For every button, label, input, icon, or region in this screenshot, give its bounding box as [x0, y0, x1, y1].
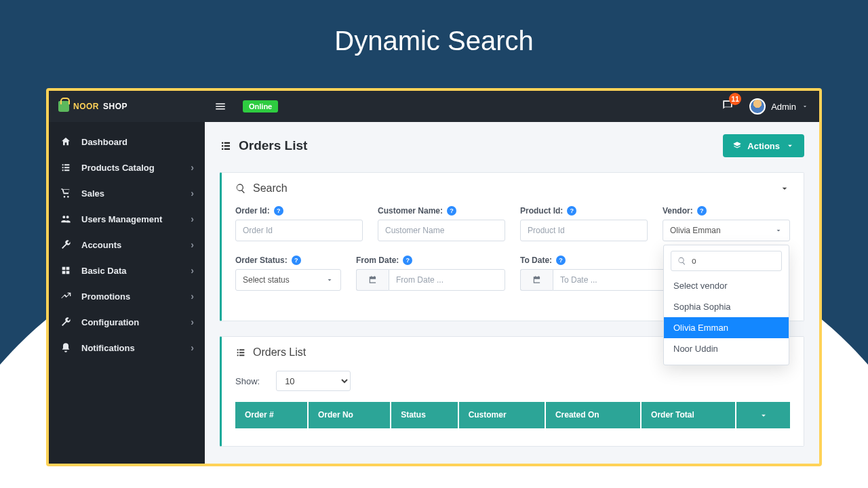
sidebar-item-dashboard[interactable]: Dashboard — [49, 129, 205, 155]
app-frame: NOOR SHOP Online 11 Admin Dashboard Pr — [46, 88, 822, 466]
show-count-select[interactable]: 10 — [276, 371, 351, 391]
grid-icon — [60, 264, 72, 277]
orders-list-title: Orders List — [253, 346, 306, 359]
col-expand[interactable] — [736, 402, 790, 428]
field-order-id: Order Id:? — [235, 204, 363, 241]
chevron-right-icon: › — [191, 214, 194, 224]
field-product-id: Product Id:? — [520, 204, 648, 241]
sidebar-item-sales[interactable]: Sales › — [49, 180, 205, 206]
col-order-total[interactable]: Order Total — [641, 402, 736, 428]
orders-table: Order # Order No Status Customer Created… — [235, 402, 790, 428]
help-icon[interactable]: ? — [567, 206, 576, 216]
calendar-icon[interactable] — [520, 269, 553, 291]
vendor-search-input[interactable] — [671, 251, 782, 271]
list-icon — [235, 347, 246, 358]
brand-text-2: SHOP — [103, 102, 127, 111]
chevron-down-icon — [802, 103, 808, 110]
sidebar-item-users[interactable]: Users Management › — [49, 206, 205, 232]
chevron-right-icon: › — [191, 162, 194, 173]
collapse-toggle[interactable] — [779, 183, 790, 194]
sidebar-item-label: Dashboard — [81, 137, 127, 147]
list-icon — [60, 161, 72, 174]
trend-icon — [60, 290, 72, 302]
col-created-on[interactable]: Created On — [545, 402, 641, 428]
user-label: Admin — [771, 102, 796, 112]
page-hero-title: Dynamic Search — [0, 0, 868, 77]
actions-button[interactable]: Actions — [723, 134, 804, 157]
sidebar-item-basic-data[interactable]: Basic Data › — [49, 258, 205, 283]
chevron-right-icon: › — [191, 342, 194, 353]
home-icon — [60, 136, 72, 148]
sidebar-item-notifications[interactable]: Notifications › — [49, 335, 205, 361]
from-date-input[interactable] — [389, 269, 505, 291]
layers-icon — [732, 141, 742, 150]
field-vendor: Vendor:? Olivia Emman — [663, 204, 790, 241]
avatar-icon — [749, 98, 766, 115]
hamburger-icon — [214, 100, 226, 113]
list-icon — [220, 140, 232, 152]
vendor-option[interactable]: Select vendor — [664, 275, 789, 296]
chevron-down-icon — [759, 411, 768, 420]
status-select[interactable]: Select status — [235, 269, 341, 291]
help-icon[interactable]: ? — [403, 256, 412, 265]
field-from-date: From Date:? — [356, 253, 505, 291]
sidebar: Dashboard Products Catalog › Sales › Use… — [49, 122, 205, 464]
wrench-icon — [60, 316, 72, 328]
to-date-input[interactable] — [553, 269, 669, 291]
page-title: Orders List — [239, 138, 307, 153]
sidebar-item-promotions[interactable]: Promotions › — [49, 283, 205, 309]
user-menu[interactable]: Admin — [749, 98, 808, 115]
search-icon — [235, 183, 246, 194]
field-customer-name: Customer Name:? — [378, 204, 505, 241]
vendor-dropdown: Select vendor Sophia Sophia Olivia Emman… — [663, 245, 789, 365]
chevron-right-icon: › — [191, 188, 194, 199]
field-order-status: Order Status:? Select status — [235, 253, 341, 291]
help-icon[interactable]: ? — [447, 206, 456, 216]
sidebar-item-configuration[interactable]: Configuration › — [49, 309, 205, 335]
main-content: Orders List Actions Search — [205, 122, 819, 464]
actions-label: Actions — [747, 141, 780, 151]
search-icon — [677, 257, 686, 266]
wrench-icon — [60, 239, 72, 251]
help-icon[interactable]: ? — [697, 206, 707, 216]
help-icon[interactable]: ? — [274, 206, 283, 216]
calendar-icon[interactable] — [356, 269, 389, 291]
chevron-down-icon — [326, 276, 334, 284]
sidebar-item-label: Configuration — [81, 317, 139, 327]
sidebar-item-label: Accounts — [81, 240, 121, 250]
customer-name-input[interactable] — [378, 220, 505, 241]
col-order-no[interactable]: Order No — [308, 402, 391, 428]
bell-icon — [60, 342, 72, 354]
chat-button[interactable]: 11 — [721, 98, 734, 115]
sidebar-item-label: Notifications — [81, 343, 135, 353]
vendor-option-selected[interactable]: Olivia Emman — [664, 317, 789, 338]
sidebar-item-label: Promotions — [81, 291, 130, 302]
search-card: Search Order Id:? Customer Name:? — [220, 172, 804, 321]
vendor-selected-value: Olivia Emman — [670, 226, 721, 235]
vendor-select[interactable]: Olivia Emman Select ve — [663, 220, 790, 241]
sidebar-toggle-button[interactable] — [205, 100, 236, 113]
sidebar-item-products[interactable]: Products Catalog › — [49, 155, 205, 180]
product-id-input[interactable] — [520, 220, 648, 241]
notification-badge: 11 — [729, 93, 741, 105]
sidebar-item-accounts[interactable]: Accounts › — [49, 232, 205, 258]
order-id-input[interactable] — [235, 220, 363, 241]
bag-icon — [58, 101, 69, 112]
chevron-down-icon — [785, 141, 795, 150]
help-icon[interactable]: ? — [556, 256, 566, 265]
col-customer[interactable]: Customer — [458, 402, 545, 428]
vendor-option[interactable]: Noor Uddin — [664, 338, 789, 359]
chevron-right-icon: › — [191, 291, 194, 302]
sidebar-item-label: Users Management — [81, 214, 162, 224]
sidebar-item-label: Products Catalog — [81, 163, 155, 173]
field-to-date: To Date:? — [520, 253, 669, 291]
col-status[interactable]: Status — [391, 402, 458, 428]
chevron-right-icon: › — [191, 317, 194, 327]
col-order-num[interactable]: Order # — [235, 402, 308, 428]
cart-icon — [60, 187, 72, 199]
vendor-option[interactable]: Sophia Sophia — [664, 296, 789, 317]
sidebar-item-label: Sales — [81, 188, 104, 199]
help-icon[interactable]: ? — [292, 256, 301, 265]
chevron-right-icon: › — [191, 265, 194, 276]
brand-logo[interactable]: NOOR SHOP — [49, 91, 205, 122]
